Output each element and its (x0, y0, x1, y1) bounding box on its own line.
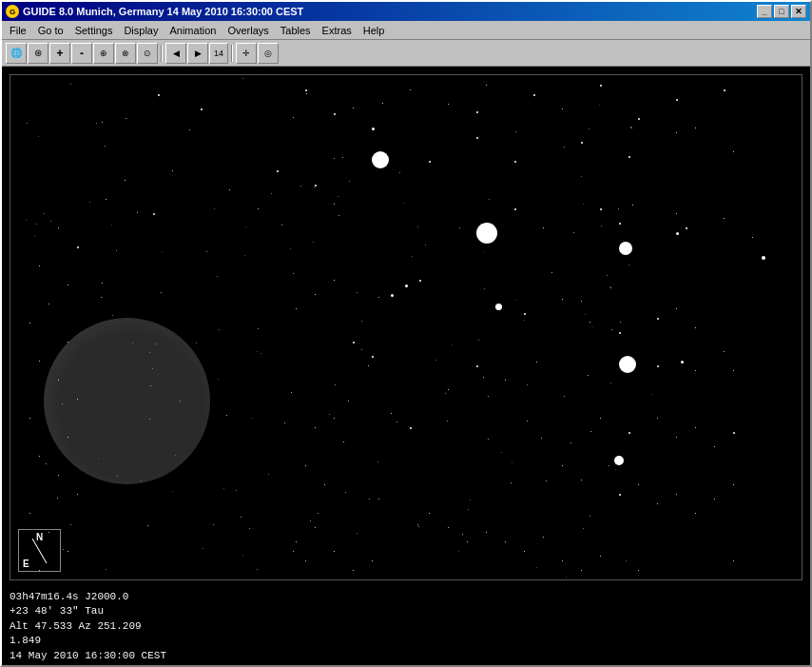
star (527, 421, 528, 422)
star (676, 579, 677, 580)
star (349, 181, 350, 182)
menu-item-animation[interactable]: Animation (164, 23, 222, 38)
status-datetime: 14 May 2010 16:30:00 CEST (10, 649, 802, 663)
star (628, 156, 630, 158)
menu-item-tables[interactable]: Tables (275, 23, 317, 38)
toolbar-btn-zoom-out[interactable]: - (71, 43, 92, 64)
star (44, 213, 45, 214)
toolbar-btn-zoom-in[interactable]: + (49, 43, 70, 64)
menu-item-help[interactable]: Help (358, 23, 391, 38)
star (305, 560, 306, 561)
close-button[interactable]: ✕ (791, 5, 806, 18)
toolbar-btn-2[interactable]: ⊕ (93, 43, 114, 64)
status-altaz: Alt 47.533 Az 251.209 (10, 619, 802, 634)
star (34, 236, 35, 237)
star (488, 396, 489, 397)
app-icon: G (6, 5, 19, 18)
star (213, 524, 214, 525)
star (676, 232, 679, 235)
star (581, 142, 583, 144)
star (29, 513, 30, 514)
toolbar-btn-telescope[interactable]: ⊛ (28, 43, 48, 64)
toolbar-btn-14[interactable]: 14 (209, 43, 228, 64)
star (112, 315, 113, 316)
star (29, 323, 30, 324)
menu-item-display[interactable]: Display (118, 23, 164, 38)
star (417, 226, 418, 227)
star (564, 147, 565, 147)
toolbar-btn-fwd[interactable]: ▶ (187, 43, 208, 64)
star (70, 84, 71, 85)
toolbar-btn-back[interactable]: ◀ (165, 43, 186, 64)
star (632, 205, 633, 206)
star (762, 256, 765, 260)
star (399, 172, 400, 173)
star (244, 255, 245, 256)
star (590, 431, 591, 432)
star (614, 456, 624, 465)
star (676, 308, 677, 309)
star (445, 393, 446, 394)
star (564, 396, 565, 397)
star (377, 461, 378, 462)
star (378, 297, 379, 298)
maximize-button[interactable]: □ (774, 5, 789, 18)
star (147, 525, 148, 526)
star (290, 248, 291, 249)
star (619, 223, 621, 225)
star (217, 276, 218, 277)
star (153, 213, 155, 215)
star (258, 328, 259, 329)
star (536, 362, 537, 363)
star (541, 438, 542, 439)
star (418, 526, 419, 527)
star (219, 329, 220, 330)
application-window: G GUIDE 8.0 Munich, Germany 14 May 2010 … (0, 0, 812, 667)
toolbar-btn-4[interactable]: ⊙ (137, 43, 158, 64)
moon (44, 318, 210, 484)
star (676, 437, 677, 438)
star (101, 297, 102, 298)
toolbar-btn-globe[interactable]: 🌐 (6, 43, 27, 64)
star (724, 351, 725, 352)
menu-item-goto[interactable]: Go to (32, 23, 69, 38)
star (214, 208, 215, 209)
main-area: N E 03h47m16.4s J2000.0 +23 48' 33" Tau … (2, 67, 810, 665)
star (223, 488, 224, 489)
toolbar-btn-3[interactable]: ⊗ (115, 43, 136, 64)
star (315, 527, 316, 528)
star (158, 94, 160, 96)
star (447, 421, 448, 422)
menu-item-settings[interactable]: Settings (69, 23, 119, 38)
star (206, 251, 207, 252)
title-bar-left: G GUIDE 8.0 Munich, Germany 14 May 2010 … (6, 5, 303, 18)
star (462, 534, 463, 535)
star (562, 465, 563, 466)
star (458, 551, 459, 552)
star (501, 452, 502, 453)
menu-item-overlays[interactable]: Overlays (222, 23, 274, 38)
star (425, 245, 426, 245)
star (310, 520, 311, 521)
sky-map[interactable]: N E (10, 74, 802, 580)
star (536, 567, 537, 568)
star (58, 227, 59, 228)
toolbar-btn-target[interactable]: ◎ (258, 43, 279, 64)
star (515, 131, 516, 132)
star (600, 85, 602, 87)
star (695, 327, 696, 328)
star (353, 342, 355, 343)
star (524, 551, 525, 552)
star (293, 551, 294, 552)
menu-item-extras[interactable]: Extras (317, 23, 358, 38)
star (657, 418, 658, 419)
minimize-button[interactable]: _ (757, 5, 772, 18)
star (448, 389, 449, 390)
menu-item-file[interactable]: File (4, 23, 32, 38)
toolbar-btn-crosshair[interactable]: ✛ (236, 43, 257, 64)
status-bar: 03h47m16.4s J2000.0 +23 48' 33" Tau Alt … (2, 588, 810, 665)
star (610, 287, 611, 288)
star (257, 351, 258, 352)
star (562, 299, 563, 300)
star (631, 128, 632, 128)
